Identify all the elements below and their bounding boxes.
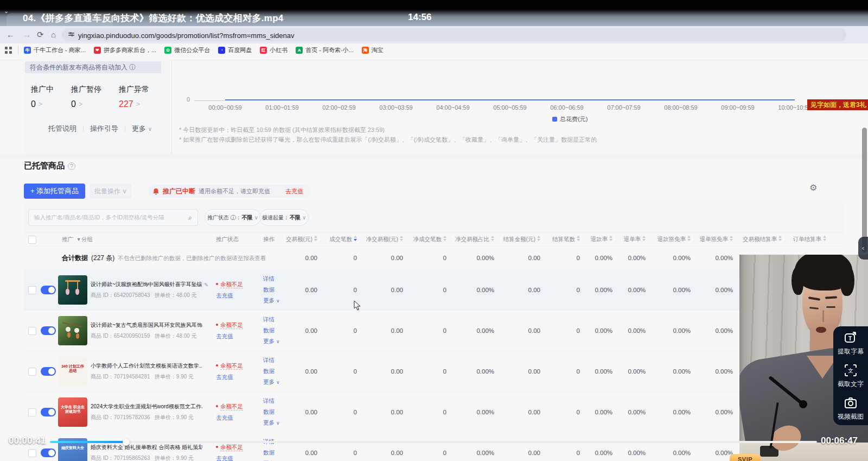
stat-link[interactable]: 操作引导	[90, 124, 118, 134]
promotion-toggle[interactable]	[41, 449, 56, 457]
col-metric[interactable]: 交易额(元)	[291, 236, 321, 243]
promotion-toggle[interactable]	[41, 367, 56, 376]
reload-icon[interactable]: ⟳	[37, 30, 44, 40]
row-recharge-link[interactable]: 去充值	[216, 414, 252, 422]
bookmark-item[interactable]: A首页 - 阿奇索·小...	[296, 46, 354, 54]
bookmark-item[interactable]: ❤拼多多商家后台，...	[94, 46, 156, 54]
promo-banner[interactable]: 见字如面，送君3礼	[807, 99, 868, 110]
select-all-checkbox[interactable]	[28, 236, 36, 244]
stat-value[interactable]: 0>	[71, 99, 101, 109]
detail-link[interactable]: 详情	[263, 316, 291, 324]
promotion-toggle[interactable]	[41, 408, 56, 416]
product-title[interactable]: 婚庆资料大全 婚礼接单教程 合同表格 婚礼策划...	[91, 444, 211, 451]
col-metric[interactable]: 交易额结算率	[737, 236, 786, 243]
col-metric[interactable]: 结算金额(元)	[498, 236, 544, 243]
back-icon[interactable]: ←	[7, 30, 15, 39]
col-metric[interactable]: 订单结算率	[786, 236, 830, 243]
more-link[interactable]: 更多 ∨	[263, 297, 291, 305]
product-title[interactable]: 2024大学生职业生涯规划书word模板范文工作...	[91, 403, 211, 411]
col-metric[interactable]: 成交笔数	[321, 236, 361, 243]
col-metric[interactable]: 退单豁免率	[694, 236, 737, 243]
detail-link[interactable]: 详情	[263, 275, 291, 283]
data-link[interactable]: 数据	[263, 327, 291, 334]
stat-more-link[interactable]: 更多 ∨	[132, 124, 152, 134]
product-title[interactable]: 设计师款~复古气质扇形国风耳环女民族风耳饰...	[91, 321, 211, 329]
search-icon[interactable]: ⌕	[188, 213, 192, 222]
add-managed-product-button[interactable]: + 添加托管商品	[24, 184, 85, 199]
col-metric[interactable]: 退款率	[584, 236, 616, 243]
stat-value[interactable]: 0>	[31, 99, 54, 109]
player-progress-track[interactable]	[50, 441, 817, 443]
chart-note-1: * 今日数据更新中；昨日截至 10:59 的数据 (其中结算效果指标数据截至 2…	[179, 126, 385, 134]
status-badge[interactable]: 余额不足	[216, 403, 252, 411]
col-metric[interactable]: 净成交笔数	[407, 236, 450, 243]
gear-icon[interactable]: ⚙	[809, 182, 817, 193]
row-checkbox[interactable]	[28, 368, 36, 376]
col-metric[interactable]: 退款豁免率	[649, 236, 694, 243]
detail-link[interactable]: 详情	[263, 397, 291, 405]
filter-speed-boost[interactable]: 极速起量：不限∨	[259, 209, 309, 226]
stat-link[interactable]: 托管说明	[48, 124, 76, 134]
promotion-toggle[interactable]	[41, 286, 56, 294]
col-metric[interactable]: 净交易额占比	[450, 236, 498, 243]
status-badge[interactable]: 余额不足	[216, 362, 252, 370]
recharge-link[interactable]: 去充值	[285, 187, 303, 195]
edit-icon[interactable]: ✎	[204, 282, 208, 288]
col-metric[interactable]: 净交易额(元)	[361, 236, 407, 243]
row-recharge-link[interactable]: 去充值	[216, 292, 252, 300]
more-link[interactable]: 更多 ∨	[263, 338, 291, 345]
bookmark-item[interactable]: 淘淘宝	[362, 46, 384, 54]
apps-grid-icon[interactable]	[4, 46, 12, 54]
bookmark-item[interactable]: 牛千牛工作台 - 商家...	[24, 46, 86, 54]
col-metric[interactable]: 退单率	[616, 236, 649, 243]
batch-operation-button[interactable]: 批量操作 ∨	[90, 184, 132, 199]
more-link[interactable]: 更多 ∨	[263, 378, 291, 386]
product-title[interactable]: 小学教师个人工作计划范文模板英语语文数学...	[91, 362, 211, 370]
status-badge[interactable]: 余额不足	[216, 281, 252, 288]
search-input[interactable]: 输入推广名/商品名/商品ID，多个ID用空格/逗号分隔 ⌕	[28, 209, 198, 226]
promotion-toggle[interactable]	[41, 326, 56, 335]
product-title[interactable]: 设计师款~汉服旗袍配饰中国风银针喜字耳坠镶...✎	[91, 281, 211, 288]
player-progress-knob[interactable]	[123, 439, 130, 446]
row-value: 0.00%	[649, 409, 694, 415]
scrollbar-thumb[interactable]	[862, 128, 867, 252]
row-checkbox[interactable]	[28, 408, 36, 416]
video-tool-extract-subtitles[interactable]: T提取字幕	[838, 331, 864, 356]
chart-note-2: * 如果推广在暂停或删除前已经获得了曝光，那么在暂停或重建后展示「(净)交易额」…	[179, 136, 597, 144]
row-recharge-link[interactable]: 去充值	[216, 374, 252, 381]
table-row: 婚庆资料大全 婚庆资料大全 婚礼接单教程 合同表格 婚礼策划... 商品 ID：…	[24, 432, 844, 461]
bookmark-item[interactable]: ◔百度网盘	[218, 46, 252, 54]
data-link[interactable]: 数据	[263, 408, 291, 416]
site-info-icon[interactable]	[68, 31, 74, 37]
data-link[interactable]: 数据	[263, 449, 291, 457]
stat-item[interactable]: 推广中 0>	[31, 85, 54, 109]
forward-icon[interactable]: →	[23, 30, 31, 39]
row-recharge-link[interactable]: 去充值	[216, 455, 252, 461]
home-icon[interactable]: ⌂	[51, 30, 56, 39]
row-recharge-link[interactable]: 去充值	[216, 333, 252, 340]
video-tool-video-screenshot[interactable]: 视频截图	[838, 396, 864, 421]
stat-item[interactable]: 推广暂停 0>	[71, 85, 101, 109]
data-link[interactable]: 数据	[263, 286, 291, 294]
status-badge[interactable]: 余额不足	[216, 321, 252, 329]
col-metric[interactable]: 结算笔数	[544, 236, 584, 243]
player-total-time: 00:06:47	[821, 435, 858, 446]
data-link[interactable]: 数据	[263, 368, 291, 375]
more-link[interactable]: 更多 ∨	[263, 419, 291, 427]
help-icon[interactable]: ?	[68, 162, 75, 170]
row-checkbox[interactable]	[28, 286, 36, 294]
stat-value[interactable]: 227>	[119, 99, 149, 109]
stat-item[interactable]: 推广异常 227>	[119, 85, 149, 109]
row-checkbox[interactable]	[28, 327, 36, 335]
detail-link[interactable]: 详情	[263, 357, 291, 364]
filter-promotion-status[interactable]: 推广状态 ⓘ：不限∨	[205, 209, 261, 226]
status-badge[interactable]: 余额不足	[216, 444, 252, 451]
video-tool-capture-text[interactable]: 文截取文字	[838, 363, 864, 389]
bookmark-item[interactable]: 红小红书	[260, 46, 288, 54]
chevron-down-icon[interactable]: ⌄	[4, 8, 9, 15]
col-product[interactable]: 推广 ▼分组	[41, 236, 212, 243]
stats-card-divider	[171, 60, 172, 154]
collapse-handle[interactable]: ‹	[858, 237, 868, 260]
row-checkbox[interactable]	[28, 449, 36, 457]
bookmark-item[interactable]: ✿微信公众平台	[164, 46, 210, 54]
